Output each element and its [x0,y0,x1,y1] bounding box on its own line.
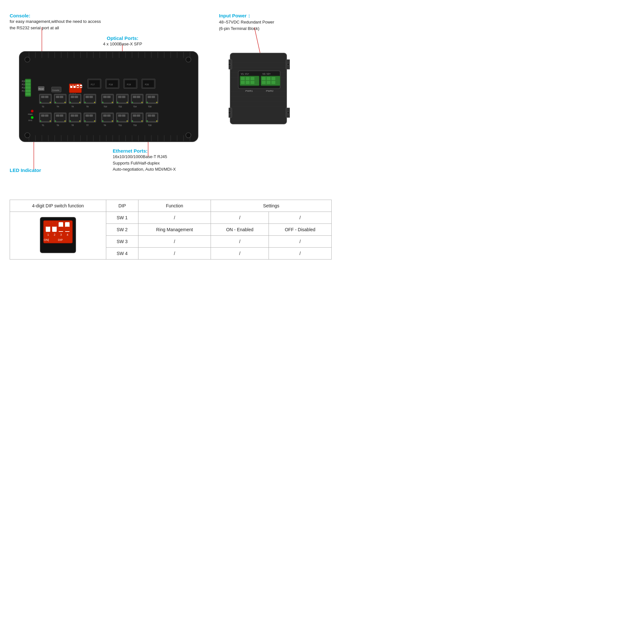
power-body1: 48~57VDC Redundant Power [219,20,274,24]
svg-rect-137 [107,96,110,98]
optical-body: 4 x 1000Base-X SFP [103,42,142,46]
svg-point-61 [25,57,30,62]
svg-point-234 [229,63,231,66]
svg-point-216 [156,120,157,122]
svg-rect-269 [65,227,70,231]
table-cell-function: / [138,212,211,224]
svg-text:T5: T5 [71,124,74,126]
svg-rect-192 [103,115,107,117]
svg-rect-84 [71,85,72,86]
svg-point-102 [31,110,33,112]
svg-point-215 [147,120,148,122]
svg-text:T13: T13 [133,124,137,126]
svg-point-180 [70,120,71,122]
svg-rect-253 [271,81,275,84]
svg-text:2: 2 [54,233,55,236]
svg-point-188 [94,120,95,122]
svg-text:Console: Console [52,89,60,91]
svg-rect-151 [137,96,140,98]
svg-text:T7: T7 [86,124,89,126]
svg-rect-144 [122,96,125,98]
svg-point-194 [102,120,103,122]
table-cell-setting1: / [211,236,269,248]
svg-rect-186 [90,115,93,117]
svg-point-166 [40,120,41,122]
svg-point-202 [127,120,128,122]
svg-rect-165 [45,115,48,117]
table-row: 1 2 3 4 ON| DIP SW 1/// [10,212,332,224]
optical-label: Optical Ports: 4 x 1000Base-X SFP [103,35,142,47]
svg-text:T1: T1 [42,124,44,126]
svg-text:DIP: DIP [58,238,63,241]
svg-rect-242 [246,77,250,80]
svg-point-64 [186,133,191,138]
svg-rect-115 [56,96,59,98]
svg-rect-109 [45,96,48,98]
svg-point-110 [40,102,41,103]
svg-point-132 [94,102,95,103]
svg-rect-129 [86,96,89,98]
svg-point-145 [117,102,118,103]
svg-rect-193 [107,115,110,117]
console-body2: the RS232 serial port at all [10,25,59,30]
table-cell-setting2: OFF - Disabled [269,224,331,236]
svg-rect-108 [41,96,44,98]
svg-rect-248 [262,77,266,80]
svg-point-152 [132,102,133,103]
svg-rect-200 [122,115,125,117]
svg-rect-213 [148,115,151,117]
svg-rect-164 [41,115,44,117]
svg-point-146 [127,102,128,103]
svg-rect-214 [152,115,155,117]
svg-point-62 [186,57,191,62]
svg-point-201 [117,120,118,122]
svg-rect-86 [77,86,79,87]
svg-text:PWR2: PWR2 [266,90,274,92]
svg-point-138 [102,102,103,103]
svg-rect-243 [251,77,254,80]
ethernet-line3: Auto-negotiation, Auto MDI/MDI-X [113,167,176,172]
dip-image-cell: 1 2 3 4 ON| DIP [10,212,106,260]
console-body1: for easy management,without the need to … [10,19,101,24]
svg-rect-157 [148,96,151,98]
svg-point-139 [112,102,113,103]
svg-rect-179 [75,115,78,117]
svg-point-173 [55,120,56,122]
svg-point-117 [55,102,56,103]
table-header-settings: Settings [211,200,332,212]
dip-table: 4-digit DIP switch function DIP Function… [10,200,332,260]
svg-text:T3: T3 [57,124,59,126]
svg-text:T6: T6 [71,106,74,108]
power-title: Input Power： [219,13,251,18]
svg-rect-87 [80,86,82,87]
svg-rect-172 [60,115,63,117]
svg-rect-244 [241,81,245,84]
svg-text:V1-  V1+: V1- V1+ [241,73,249,75]
svg-point-236 [287,63,289,66]
svg-rect-185 [86,115,89,117]
svg-rect-245 [246,81,250,84]
svg-rect-136 [103,96,107,98]
svg-point-257 [229,111,231,114]
svg-point-118 [64,102,66,103]
ethernet-line1: 16x10/100/1000Base-T RJ45 [113,154,167,159]
svg-text:Reset: Reset [39,88,44,90]
svg-rect-206 [133,115,136,117]
power-body2: (6-pin Terminal Block) [219,26,259,31]
svg-text:F20: F20 [145,83,149,86]
power-label: Input Power： 48~57VDC Redundant Power (6… [219,13,274,32]
svg-text:F17: F17 [91,83,95,86]
svg-point-153 [141,102,143,103]
svg-point-167 [50,120,51,122]
led-title: LED Indicator [10,167,41,173]
svg-point-111 [50,102,51,103]
svg-text:T9: T9 [104,124,106,126]
svg-text:F19: F19 [127,83,131,86]
svg-text:T8: T8 [86,106,89,108]
svg-rect-73 [25,90,31,92]
svg-point-195 [112,120,113,122]
console-label: Console: for easy management,without the… [10,13,101,31]
svg-rect-150 [133,96,136,98]
svg-text:1: 1 [47,233,49,236]
svg-rect-263 [46,222,50,227]
